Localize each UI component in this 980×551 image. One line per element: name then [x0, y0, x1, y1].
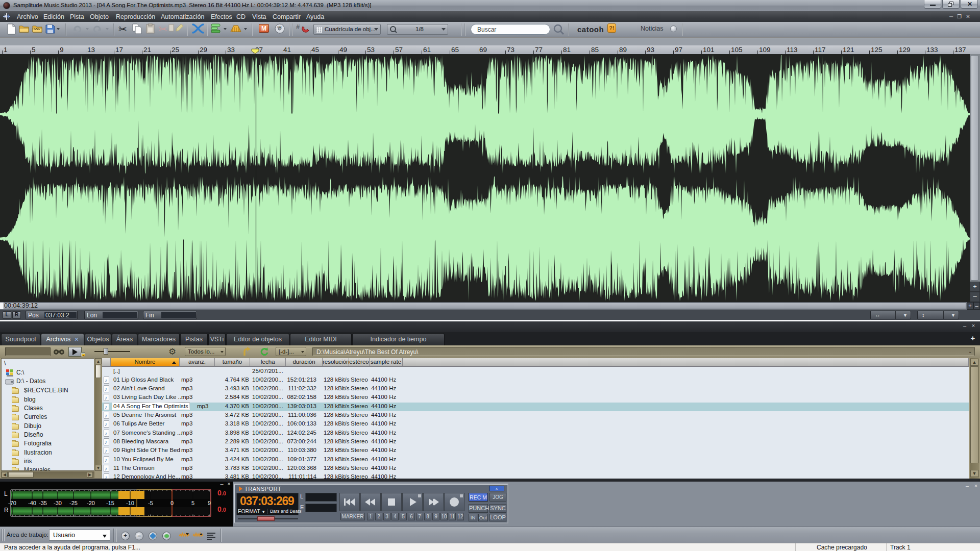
svg-text:CD: CD	[277, 26, 282, 29]
